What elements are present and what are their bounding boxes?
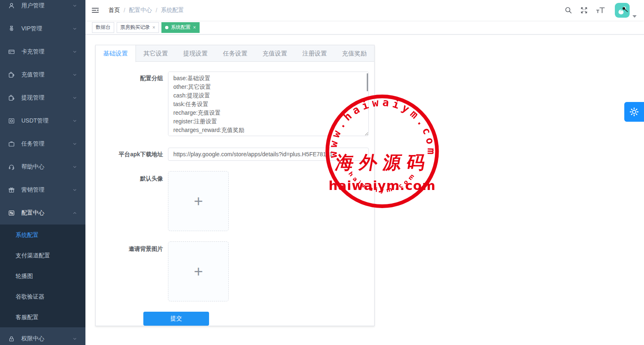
sidebar-item-users[interactable]: 用户管理 bbox=[0, 0, 85, 17]
sidebar-item-label: VIP管理 bbox=[21, 25, 42, 32]
form-row-apk-url: 平台apk下载地址 bbox=[96, 148, 374, 161]
sidebar-item-label: 提现管理 bbox=[21, 94, 44, 102]
submit-button[interactable]: 提交 bbox=[143, 312, 209, 326]
sidebar-item-label: 权限中心 bbox=[21, 335, 44, 343]
tab-basic-settings[interactable]: 基础设置 bbox=[96, 45, 136, 62]
tag-dashboard[interactable]: 数据台 bbox=[92, 22, 114, 33]
sidebar-item-label: 帮助中心 bbox=[21, 163, 44, 171]
sidebar-item-recharge[interactable]: 充值管理 bbox=[0, 63, 85, 86]
sidebar-item-help[interactable]: 帮助中心 bbox=[0, 155, 85, 178]
tag-system-config[interactable]: 系统配置 × bbox=[161, 22, 200, 33]
tab-recharge-reward[interactable]: 充值奖励 bbox=[334, 45, 374, 61]
sidebar-subitem-customer-service[interactable]: 客服配置 bbox=[0, 307, 85, 327]
sidebar-item-permissions[interactable]: 权限中心 bbox=[0, 327, 85, 345]
briefcase-icon bbox=[8, 141, 15, 147]
bag-arrow-down-icon bbox=[8, 95, 15, 101]
search-button[interactable] bbox=[561, 0, 576, 21]
config-center-submenu: 系统配置 支付渠道配置 轮播图 谷歌验证器 客服配置 bbox=[0, 225, 85, 327]
avatar-image bbox=[615, 3, 630, 18]
tab-other-settings[interactable]: 其它设置 bbox=[136, 45, 176, 61]
sidebar-item-config-center[interactable]: 配置中心 bbox=[0, 201, 85, 225]
form-row-submit: 提交 bbox=[96, 312, 374, 326]
breadcrumb-home[interactable]: 首页 bbox=[108, 7, 120, 14]
chevron-down-icon bbox=[72, 141, 77, 146]
default-avatar-upload[interactable]: + bbox=[168, 171, 229, 231]
tab-task-settings[interactable]: 任务设置 bbox=[215, 45, 255, 61]
sidebar-item-label: 卡充管理 bbox=[21, 48, 44, 56]
tag-label: 数据台 bbox=[96, 24, 110, 31]
chevron-down-icon bbox=[72, 95, 77, 100]
config-group-textarea[interactable]: base:基础设置 other:其它设置 cash:提现设置 task:任务设置… bbox=[168, 72, 369, 136]
chevron-down-icon bbox=[72, 3, 77, 8]
sidebar-item-label: 任务管理 bbox=[21, 140, 44, 148]
active-dot bbox=[165, 26, 168, 29]
gift-icon bbox=[8, 187, 15, 193]
invite-background-label: 邀请背景图片 bbox=[96, 241, 168, 301]
user-menu[interactable] bbox=[615, 3, 637, 18]
close-icon[interactable]: × bbox=[193, 25, 196, 30]
caret-down-icon bbox=[632, 15, 637, 18]
sidebar-subitem-system-config[interactable]: 系统配置 bbox=[0, 225, 85, 245]
search-icon bbox=[565, 7, 572, 14]
sidebar-subitem-google-auth[interactable]: 谷歌验证器 bbox=[0, 286, 85, 307]
fullscreen-button[interactable] bbox=[576, 0, 592, 21]
tab-withdraw-settings[interactable]: 提现设置 bbox=[175, 45, 215, 61]
theme-settings-button[interactable] bbox=[624, 102, 644, 122]
sidebar-item-marketing[interactable]: 营销管理 bbox=[0, 178, 85, 201]
settings-tabs-header: 基础设置 其它设置 提现设置 任务设置 充值设置 注册设置 充值奖励 bbox=[96, 45, 374, 62]
headset-icon bbox=[8, 164, 15, 170]
breadcrumb: 首页 / 配置中心 / 系统配置 bbox=[108, 7, 184, 14]
usdt-icon bbox=[8, 118, 15, 124]
apk-url-input[interactable] bbox=[168, 148, 369, 161]
gear-icon bbox=[629, 107, 639, 117]
textarea-scrollbar[interactable] bbox=[367, 73, 368, 91]
breadcrumb-config-center: 配置中心 bbox=[129, 7, 152, 14]
sidebar-item-card[interactable]: 卡充管理 bbox=[0, 40, 85, 63]
chevron-down-icon bbox=[72, 118, 77, 123]
sidebar-item-usdt[interactable]: USDT管理 bbox=[0, 109, 85, 132]
chevron-down-icon bbox=[72, 72, 77, 77]
tag-boxoffice-records[interactable]: 票房购买记录 × bbox=[117, 22, 159, 33]
user-icon bbox=[8, 2, 15, 9]
sidebar-item-vip[interactable]: VIP管理 bbox=[0, 17, 85, 40]
sidebar-subitem-carousel[interactable]: 轮播图 bbox=[0, 266, 85, 286]
avatar[interactable] bbox=[615, 3, 630, 18]
sidebar-item-withdraw[interactable]: 提现管理 bbox=[0, 86, 85, 109]
tab-register-settings[interactable]: 注册设置 bbox=[295, 45, 335, 61]
bag-arrow-up-icon bbox=[8, 72, 15, 78]
form-row-invite-background: 邀请背景图片 + bbox=[96, 241, 374, 301]
breadcrumb-separator: / bbox=[156, 7, 157, 14]
hamburger-icon bbox=[92, 7, 99, 14]
plus-icon: + bbox=[194, 264, 203, 279]
close-icon[interactable]: × bbox=[152, 25, 155, 30]
sidebar-collapse-button[interactable] bbox=[85, 0, 105, 21]
font-size-icon bbox=[596, 7, 605, 14]
sidebar-item-label: 用户管理 bbox=[21, 2, 44, 9]
lock-icon bbox=[8, 336, 15, 342]
sidebar-item-label: 充值管理 bbox=[21, 71, 44, 79]
tag-label: 系统配置 bbox=[171, 24, 191, 31]
sidebar-subitem-payment-channel[interactable]: 支付渠道配置 bbox=[0, 245, 85, 266]
sidebar-menu: 用户管理 VIP管理 卡充管理 充值管理 bbox=[0, 0, 85, 345]
sidebar-item-tasks[interactable]: 任务管理 bbox=[0, 132, 85, 155]
credit-card-icon bbox=[8, 49, 15, 55]
sidebar-item-label: 配置中心 bbox=[21, 209, 44, 217]
font-size-button[interactable] bbox=[592, 0, 609, 21]
breadcrumb-separator: / bbox=[124, 7, 125, 14]
main-content: 基础设置 其它设置 提现设置 任务设置 充值设置 注册设置 充值奖励 配置分组 … bbox=[85, 35, 644, 345]
chevron-down-icon bbox=[72, 336, 77, 341]
invite-background-upload[interactable]: + bbox=[168, 241, 229, 301]
tab-recharge-settings[interactable]: 充值设置 bbox=[255, 45, 295, 61]
chevron-down-icon bbox=[72, 26, 77, 31]
sidebar-item-label: USDT管理 bbox=[21, 117, 48, 125]
medal-icon bbox=[8, 25, 15, 32]
breadcrumb-system-config: 系统配置 bbox=[161, 7, 184, 14]
chevron-down-icon bbox=[72, 164, 77, 169]
sidebar: 用户管理 VIP管理 卡充管理 充值管理 bbox=[0, 0, 85, 345]
settings-tabs-card: 基础设置 其它设置 提现设置 任务设置 充值设置 注册设置 充值奖励 配置分组 … bbox=[95, 45, 375, 326]
chevron-down-icon bbox=[72, 49, 77, 54]
chevron-down-icon bbox=[72, 188, 77, 192]
navbar-actions bbox=[561, 0, 644, 21]
form-row-default-avatar: 默认头像 + bbox=[96, 171, 374, 231]
chevron-up-icon bbox=[72, 211, 77, 215]
